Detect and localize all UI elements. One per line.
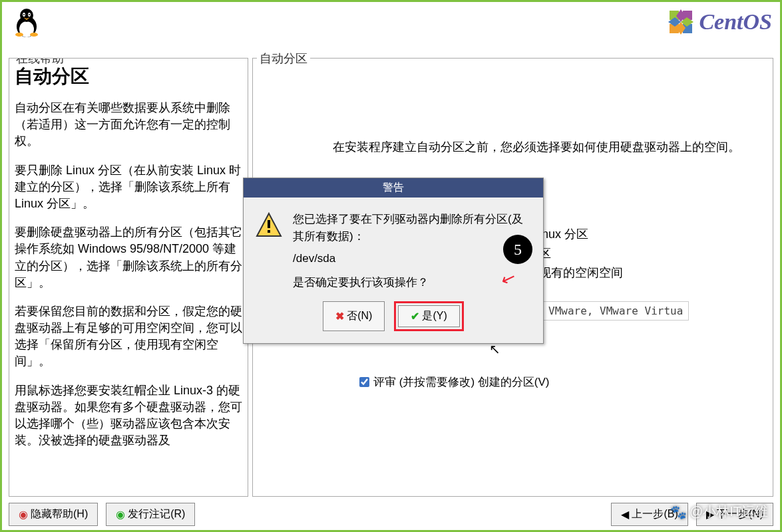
- footer: ◉ 隐藏帮助(H) ◉ 发行注记(R) ◀ 上一步(B) ▶ 下一步(N): [9, 503, 773, 526]
- centos-logo: CentOS: [667, 8, 772, 36]
- help-paragraph: 要删除硬盘驱动器上的所有分区（包括其它操作系统如 Windows 95/98/N…: [15, 224, 242, 291]
- help-panel: 在线帮助 自动分区 自动分区在有关哪些数据要从系统中删除（若适用）这一方面允许您…: [9, 58, 248, 497]
- option-fragment: 现有的空闲空间: [539, 263, 623, 283]
- centos-text: CentOS: [699, 9, 772, 35]
- dialog-message: 您已选择了要在下列驱动器内删除所有分区(及其所有数据)：: [293, 211, 532, 245]
- dialog-message-block: 您已选择了要在下列驱动器内删除所有分区(及其所有数据)： /dev/sda 是否…: [293, 211, 532, 291]
- option-lines: inux 分区 区 现有的空闲空间: [539, 225, 623, 282]
- svg-point-8: [30, 33, 38, 37]
- cursor-icon: ↖: [489, 341, 500, 357]
- back-arrow-icon: ◀: [621, 508, 629, 521]
- help-paragraph: 自动分区在有关哪些数据要从系统中删除（若适用）这一方面允许您有一定的控制权。: [15, 100, 242, 150]
- release-notes-button[interactable]: ◉ 发行注记(R): [106, 503, 195, 526]
- main-panel-label: 自动分区: [257, 51, 310, 66]
- yes-highlight: ✔ 是(Y): [394, 301, 463, 331]
- hide-icon: ◉: [19, 508, 28, 521]
- notes-icon: ◉: [116, 508, 125, 521]
- review-checkbox-row[interactable]: 评审 (并按需要修改) 创建的分区(V): [359, 374, 549, 390]
- review-checkbox-label: 评审 (并按需要修改) 创建的分区(V): [373, 374, 549, 390]
- check-icon: ✔: [411, 310, 419, 323]
- option-fragment: inux 分区: [539, 225, 623, 244]
- svg-rect-14: [268, 230, 270, 233]
- hide-help-button[interactable]: ◉ 隐藏帮助(H): [9, 503, 98, 526]
- centos-icon: [667, 8, 695, 36]
- svg-rect-13: [268, 220, 270, 228]
- header: CentOS: [2, 2, 780, 42]
- main-intro: 在安装程序建立自动分区之前，您必须选择要如何使用硬盘驱动器上的空间。: [333, 138, 746, 156]
- no-button[interactable]: ✖ 否(N): [323, 301, 385, 331]
- x-icon: ✖: [335, 310, 344, 323]
- svg-point-7: [15, 33, 23, 37]
- paw-icon: 🐾: [670, 504, 687, 520]
- dialog-title: 警告: [244, 178, 543, 198]
- step-badge: 5: [503, 235, 532, 264]
- dialog-confirm: 是否确定要执行该项操作？: [293, 274, 532, 291]
- help-paragraph: 要只删除 Linux 分区（在从前安装 Linux 时建立的分区），选择「删除该…: [15, 162, 242, 213]
- help-paragraph: 用鼠标选择您要安装红帽企业 Linux-3 的硬盘驱动器。如果您有多个硬盘驱动器…: [15, 382, 242, 450]
- drive-list-item[interactable]: VMware, VMware Virtua: [542, 301, 689, 321]
- yes-button[interactable]: ✔ 是(Y): [398, 305, 459, 327]
- option-fragment: 区: [539, 244, 623, 263]
- review-checkbox[interactable]: [359, 377, 369, 387]
- svg-point-5: [23, 14, 25, 15]
- warning-dialog: 警告 您已选择了要在下列驱动器内删除所有分区(及其所有数据)： /dev/sda…: [243, 178, 544, 344]
- help-panel-label: 在线帮助: [13, 58, 67, 66]
- watermark: 🐾 @小林IT运维: [670, 503, 768, 521]
- help-title: 自动分区: [15, 64, 242, 89]
- svg-point-6: [29, 14, 30, 15]
- tux-icon: [10, 5, 43, 39]
- warning-icon: [254, 211, 284, 240]
- dialog-device: /dev/sda: [293, 250, 532, 267]
- help-body: 自动分区在有关哪些数据要从系统中删除（若适用）这一方面允许您有一定的控制权。 要…: [15, 100, 242, 449]
- help-paragraph: 若要保留您目前的数据和分区，假定您的硬盘驱动器上有足够的可用空闲空间，您可以选择…: [15, 303, 242, 370]
